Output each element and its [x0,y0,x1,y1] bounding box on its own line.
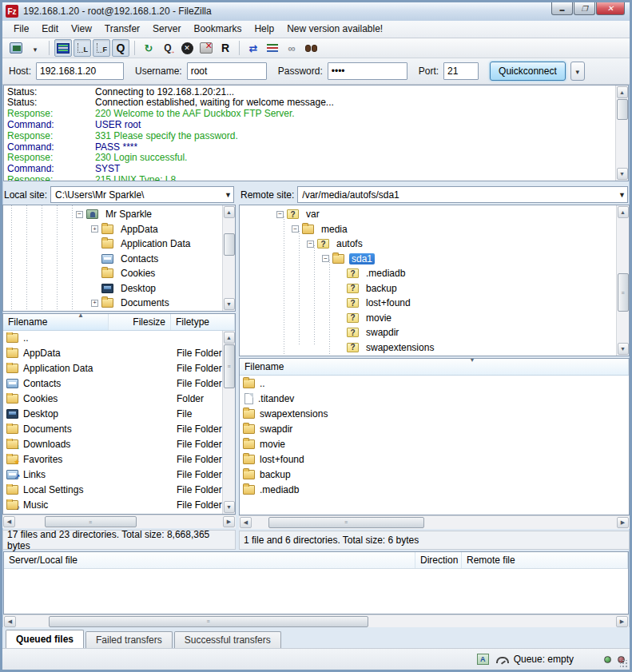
directory-listing-filters-button[interactable] [264,39,281,57]
synchronized-browsing-button[interactable] [283,39,300,57]
remote-site-combobox[interactable]: /var/media/autofs/sda1 ▼ [297,186,628,203]
list-item[interactable]: movie [240,436,629,451]
local-tree-scrollbar[interactable]: ▲ ▼ [222,205,235,311]
scrollbar-thumb[interactable]: ≡ [268,517,424,528]
column-server-local-file[interactable]: Server/Local file [4,552,415,568]
site-manager-button[interactable] [7,39,25,57]
column-filename[interactable]: Filename [3,314,109,330]
list-item[interactable]: .. [240,376,629,391]
tree-item-swapdir[interactable]: swapdir [240,325,615,340]
scroll-down-icon[interactable]: ▼ [618,343,629,355]
title-bar[interactable]: 192.168.1.20 - root@192.168.1.20 - FileZ… [2,2,630,21]
toggle-queue-button[interactable]: Q [112,39,129,57]
list-item[interactable]: AppDataFile Folder [3,346,235,361]
scroll-down-icon[interactable]: ▼ [224,298,235,310]
list-item[interactable]: ♪MusicFile Folder [3,498,235,513]
find-files-button[interactable] [302,39,320,57]
scroll-left-icon[interactable]: ◀ [4,616,16,627]
disconnect-button[interactable] [197,39,215,57]
speed-limits-icon[interactable] [495,654,507,664]
menu-file[interactable]: File [7,21,35,37]
tree-item-documents[interactable]: Documents [3,296,221,311]
splitter-collapse-icon[interactable]: ▲ [78,313,84,318]
transfer-type-icon[interactable] [477,654,489,665]
resize-grip[interactable] [620,660,628,668]
tree-item-backup[interactable]: backup [240,281,615,296]
scrollbar-thumb[interactable]: ≡ [224,344,235,388]
host-input[interactable] [36,62,124,80]
column-filesize[interactable]: Filesize [109,314,171,330]
scroll-right-icon[interactable]: ▶ [617,517,629,528]
compare-directories-button[interactable] [244,39,262,57]
remote-file-list[interactable]: ▼ Filename .. .titandev swapextensions s… [239,358,630,515]
column-filename[interactable]: Filename [240,359,629,375]
reconnect-button[interactable]: R [217,39,234,57]
splitter-collapse-icon[interactable]: ▼ [469,358,475,363]
close-button[interactable] [596,2,625,15]
scrollbar-thumb[interactable]: ≡ [49,616,368,627]
tree-item-var[interactable]: var [240,207,615,222]
username-input[interactable] [187,62,267,80]
menu-new-version[interactable]: New version available! [280,21,389,37]
quickconnect-dropdown[interactable] [570,62,585,81]
remote-tree-scrollbar[interactable]: ▲ ≡ ▼ [616,205,629,356]
cancel-button[interactable] [178,39,196,57]
list-item[interactable]: backup [240,467,629,482]
scroll-up-icon[interactable]: ▲ [618,206,629,218]
local-file-list[interactable]: ▲ Filename Filesize Filetype .. AppDataF… [2,313,236,515]
scroll-right-icon[interactable]: ▶ [616,616,628,627]
scroll-left-icon[interactable]: ◀ [240,517,252,528]
scroll-up-icon[interactable]: ▲ [224,206,235,218]
list-item[interactable]: CookiesFolder [3,392,235,407]
collapse-icon[interactable] [307,241,314,248]
menu-transfer[interactable]: Transfer [98,21,146,37]
scroll-up-icon[interactable]: ▲ [617,86,628,98]
remote-list-hscrollbar[interactable]: ◀ ≡ ▶ [239,515,630,529]
remote-tree-panel[interactable]: var media autofs sda1 .mediadb backup lo… [239,205,630,356]
list-item[interactable]: ContactsFile Folder [3,376,235,392]
column-direction[interactable]: Direction [415,552,462,568]
port-input[interactable] [443,62,479,80]
list-item[interactable]: .titandev [240,391,629,406]
column-filetype[interactable]: Filetype [171,314,235,330]
list-item[interactable]: Application DataFile Folder [3,361,235,376]
tree-item-downloads[interactable]: ↓Downloads [3,311,221,312]
scrollbar-thumb[interactable]: ≡ [618,273,629,312]
tree-item-dvd[interactable]: dvd [240,355,615,356]
tab-failed-transfers[interactable]: Failed transfers [85,631,173,648]
collapse-icon[interactable] [292,225,299,233]
tab-queued-files[interactable]: Queued files [6,630,84,648]
queue-hscrollbar[interactable]: ◀ ≡ ▶ [3,614,629,627]
scroll-right-icon[interactable]: ▶ [223,516,235,527]
menu-view[interactable]: View [65,21,98,37]
collapse-icon[interactable] [76,211,83,218]
menu-server[interactable]: Server [146,21,187,37]
expand-icon[interactable] [91,300,98,307]
site-manager-dropdown[interactable] [26,39,44,57]
menu-help[interactable]: Help [248,21,280,37]
list-item[interactable]: ↗LinksFile Folder [3,467,235,483]
tree-item-autofs[interactable]: autofs [240,237,615,252]
toggle-local-tree-button[interactable]: L [74,39,91,57]
scroll-left-icon[interactable]: ◀ [3,516,15,527]
tab-successful-transfers[interactable]: Successful transfers [174,631,281,648]
tree-item-sda1[interactable]: sda1 [240,252,615,267]
column-remote-file[interactable]: Remote file [462,552,628,568]
tree-item-mr-sparkle[interactable]: Mr Sparkle [3,207,221,222]
tree-item-movie[interactable]: movie [240,311,615,326]
maximize-button[interactable] [574,2,595,15]
transfer-queue-panel[interactable]: Server/Local file Direction Remote file [3,551,629,614]
list-item[interactable]: swapdir [240,421,629,436]
local-list-hscrollbar[interactable]: ◀ ≡ ▶ [2,515,236,528]
tree-item-lost-found[interactable]: lost+found [240,296,615,311]
list-item[interactable]: ↓DownloadsFile Folder [3,437,235,452]
quickconnect-button[interactable]: Quickconnect [490,62,566,81]
refresh-button[interactable] [140,39,157,57]
tree-item-appdata[interactable]: AppData [3,222,221,237]
password-input[interactable] [328,62,407,80]
toggle-remote-tree-button[interactable]: F [93,39,110,57]
menu-edit[interactable]: Edit [35,21,65,37]
scrollbar-thumb[interactable] [617,99,628,120]
minimize-button[interactable] [551,2,573,15]
scroll-up-icon[interactable]: ▲ [224,332,235,344]
